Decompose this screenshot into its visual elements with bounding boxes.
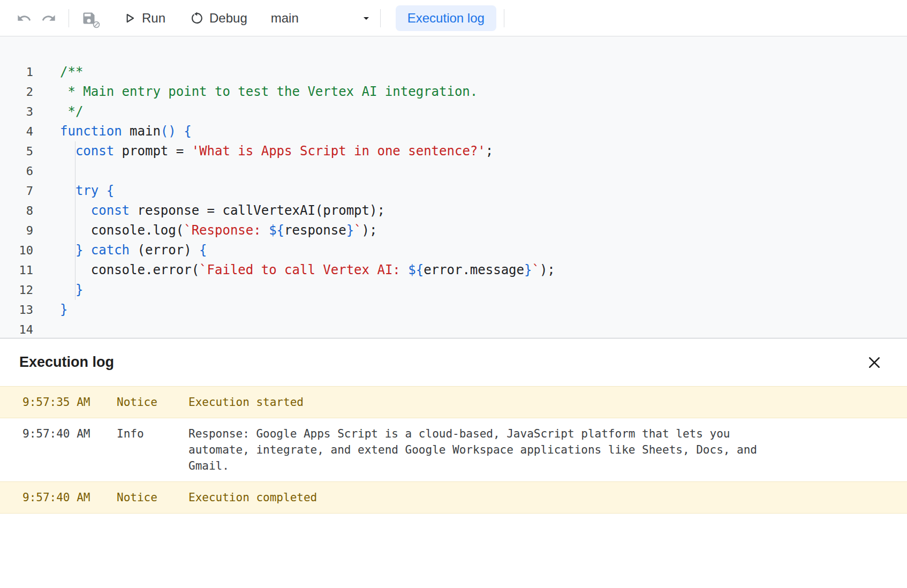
line-number: 9 bbox=[0, 221, 33, 240]
code-token-plain bbox=[83, 243, 90, 258]
function-selector[interactable]: main bbox=[271, 11, 373, 26]
code-line: 11 console.error(`Failed to call Vertex … bbox=[0, 260, 907, 280]
code-token-plain bbox=[176, 124, 184, 139]
code-token-string: `Response: bbox=[184, 223, 269, 238]
line-number: 13 bbox=[0, 300, 33, 320]
code-line-text: } bbox=[60, 300, 67, 320]
code-line-text: console.error(`Failed to call Vertex AI:… bbox=[60, 260, 555, 280]
close-icon[interactable] bbox=[864, 352, 885, 373]
apps-script-editor: Run Debug main Execution log 1/**2 * Mai… bbox=[0, 0, 907, 514]
code-token-comment: * Main entry point to test the Vertex AI… bbox=[60, 84, 478, 99]
log-level: Notice bbox=[117, 489, 188, 506]
line-number: 12 bbox=[0, 280, 33, 300]
log-time: 9:57:35 AM bbox=[0, 394, 117, 410]
code-token-brace: } bbox=[60, 302, 67, 317]
log-entry: 9:57:35 AMNoticeExecution started bbox=[0, 386, 907, 418]
toolbar-divider bbox=[380, 9, 381, 27]
code-line: 5 const prompt = 'What is Apps Script in… bbox=[0, 141, 907, 161]
code-token-keyword: function bbox=[60, 124, 122, 139]
log-entry: 9:57:40 AMNoticeExecution completed bbox=[0, 481, 907, 514]
undo-button[interactable] bbox=[12, 6, 36, 31]
code-line: 13} bbox=[0, 300, 907, 320]
code-token-plain bbox=[60, 243, 75, 258]
execution-log-panel: Execution log 9:57:35 AMNoticeExecution … bbox=[0, 338, 907, 514]
log-message: Execution started bbox=[188, 394, 777, 410]
toolbar-divider bbox=[504, 9, 504, 27]
redo-button[interactable] bbox=[36, 6, 61, 31]
code-line: 4function main() { bbox=[0, 122, 907, 141]
execution-log-title: Execution log bbox=[19, 354, 114, 371]
code-token-string: ` bbox=[532, 262, 539, 277]
code-token-brace: } bbox=[75, 243, 83, 258]
execution-log-button[interactable]: Execution log bbox=[396, 5, 496, 31]
undo-icon bbox=[17, 11, 32, 26]
code-token-plain: ); bbox=[362, 223, 377, 238]
code-line: 12 } bbox=[0, 280, 907, 300]
save-button[interactable] bbox=[77, 6, 101, 31]
line-number: 14 bbox=[0, 320, 33, 338]
code-token-brace: } bbox=[75, 282, 83, 297]
code-token-keyword: const bbox=[91, 203, 130, 218]
code-token-plain: response bbox=[284, 223, 346, 238]
code-token-plain: console.error( bbox=[60, 262, 199, 277]
code-line: 1/** bbox=[0, 62, 907, 82]
code-token-brace: } bbox=[524, 262, 532, 277]
run-button[interactable]: Run bbox=[123, 11, 165, 26]
code-token-keyword: catch bbox=[91, 243, 130, 258]
code-line-text: /** bbox=[60, 62, 83, 82]
code-token-brace: ${ bbox=[269, 223, 284, 238]
log-message: Response: Google Apps Script is a cloud-… bbox=[188, 426, 777, 474]
log-time: 9:57:40 AM bbox=[0, 426, 117, 474]
run-label: Run bbox=[142, 11, 165, 26]
code-token-comment: */ bbox=[60, 104, 83, 119]
chevron-down-icon bbox=[360, 12, 373, 25]
code-token-brace: ${ bbox=[408, 262, 424, 277]
debug-label: Debug bbox=[209, 11, 247, 26]
code-token-plain: main bbox=[122, 124, 161, 139]
debug-icon bbox=[190, 11, 204, 25]
code-line: 14 bbox=[0, 320, 907, 338]
code-line: 10 } catch (error) { bbox=[0, 240, 907, 260]
code-token-brace: } bbox=[346, 223, 354, 238]
code-token-plain bbox=[60, 282, 75, 297]
code-token-comment: /** bbox=[60, 64, 83, 79]
code-token-plain: (error) bbox=[130, 243, 199, 258]
log-entry: 9:57:40 AMInfoResponse: Google Apps Scri… bbox=[0, 418, 907, 481]
toolbar-divider bbox=[69, 9, 69, 27]
code-line-text: } bbox=[60, 280, 83, 300]
code-token-brace: { bbox=[199, 243, 207, 258]
line-number: 8 bbox=[0, 201, 33, 221]
log-level: Info bbox=[117, 426, 188, 474]
code-token-keyword: try bbox=[75, 183, 99, 198]
log-message: Execution completed bbox=[188, 489, 777, 506]
code-line-text: console.log(`Response: ${response}`); bbox=[60, 221, 377, 240]
code-token-plain bbox=[60, 183, 75, 198]
code-lines: 1/**2 * Main entry point to test the Ver… bbox=[0, 62, 907, 338]
code-line: 2 * Main entry point to test the Vertex … bbox=[0, 82, 907, 102]
code-token-string: 'What is Apps Script in one sentence?' bbox=[192, 144, 486, 159]
code-token-brace: { bbox=[184, 124, 191, 139]
code-line-text: } catch (error) { bbox=[60, 240, 207, 260]
play-icon bbox=[123, 11, 137, 25]
line-number: 11 bbox=[0, 260, 33, 280]
log-entries: 9:57:35 AMNoticeExecution started9:57:40… bbox=[0, 386, 907, 514]
code-token-plain bbox=[60, 144, 75, 159]
line-number: 3 bbox=[0, 102, 33, 122]
execution-log-header: Execution log bbox=[0, 338, 907, 386]
code-token-brace: () bbox=[161, 124, 176, 139]
code-line-text: const prompt = 'What is Apps Script in o… bbox=[60, 141, 493, 161]
code-token-plain: error.message bbox=[424, 262, 524, 277]
log-time: 9:57:40 AM bbox=[0, 489, 117, 506]
code-line-text: */ bbox=[60, 102, 83, 122]
line-number: 10 bbox=[0, 240, 33, 260]
code-line: 3 */ bbox=[0, 102, 907, 122]
debug-button[interactable]: Debug bbox=[190, 11, 247, 26]
code-line: 8 const response = callVertexAI(prompt); bbox=[0, 201, 907, 221]
code-editor[interactable]: 1/**2 * Main entry point to test the Ver… bbox=[0, 36, 907, 338]
code-token-plain: prompt = bbox=[114, 144, 192, 159]
log-level: Notice bbox=[117, 394, 188, 410]
line-number: 6 bbox=[0, 161, 33, 181]
line-number: 5 bbox=[0, 141, 33, 161]
code-token-string: ` bbox=[354, 223, 361, 238]
code-line-text: const response = callVertexAI(prompt); bbox=[60, 201, 385, 221]
